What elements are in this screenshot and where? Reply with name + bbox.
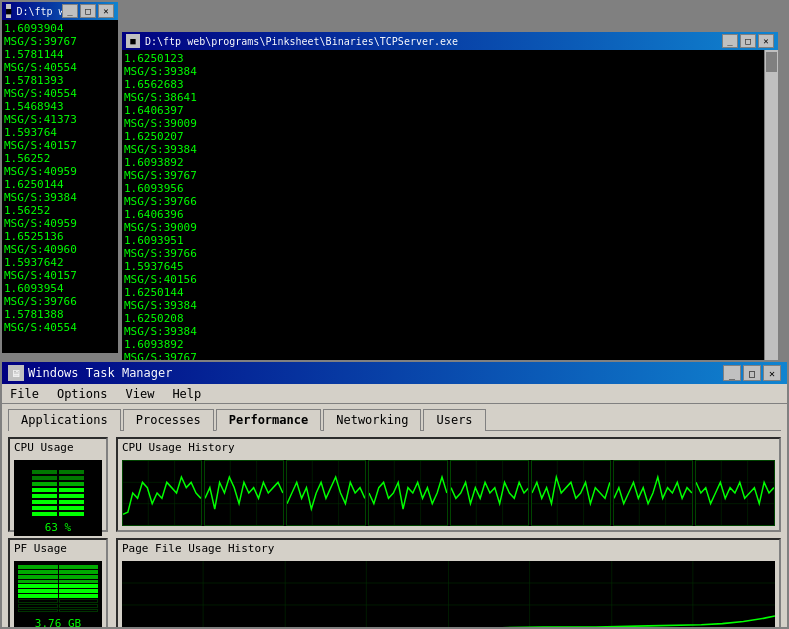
taskmanager-minimize[interactable]: _ — [723, 365, 741, 381]
taskmanager-icon: 🖥 — [8, 365, 24, 381]
taskmanager-titlebar: 🖥 Windows Task Manager _ □ ✕ — [2, 362, 787, 384]
tab-performance[interactable]: Performance — [216, 409, 321, 431]
cpu-history-panel-3 — [286, 460, 366, 526]
close-button[interactable]: ✕ — [98, 4, 114, 18]
pf-history-label: Page File Usage History — [118, 540, 779, 557]
taskmanager-window: 🖥 Windows Task Manager _ □ ✕ File Option… — [0, 360, 789, 629]
pf-history-section: Page File Usage History — [116, 538, 781, 627]
pf-usage-section: PF Usage 3.76 GB — [8, 538, 108, 627]
server-close-button[interactable]: ✕ — [758, 34, 774, 48]
tcp-client-window: ■ D:\ftp_web\programs\Pinksheet\Binaries… — [0, 0, 120, 355]
cpu-gauge: 63 % — [14, 460, 102, 536]
tcp-client-icon: ■ — [6, 4, 11, 18]
tcp-client-titlebar: ■ D:\ftp_web\programs\Pinksheet\Binaries… — [2, 2, 118, 20]
tcp-server-title: D:\ftp_web\programs\Pinksheet\Binaries\T… — [145, 36, 458, 47]
tcp-server-titlebar: ■ D:\ftp_web\programs\Pinksheet\Binaries… — [122, 32, 778, 50]
tab-users[interactable]: Users — [423, 409, 485, 431]
pf-usage-label: PF Usage — [10, 540, 106, 557]
tcp-server-content: 1.6250123 MSG/S:39384 1.6562683 MSG/S:38… — [122, 50, 778, 363]
cpu-history-panel-7 — [613, 460, 693, 526]
cpu-usage-value: 63 % — [14, 521, 102, 534]
pf-usage-value: 3.76 GB — [14, 617, 102, 627]
tab-networking[interactable]: Networking — [323, 409, 421, 431]
server-maximize-button[interactable]: □ — [740, 34, 756, 48]
tcp-server-icon: ■ — [126, 34, 140, 48]
menu-help[interactable]: Help — [168, 387, 205, 401]
cpu-history-panel-5 — [450, 460, 530, 526]
tcp-client-title: D:\ftp_web\programs\Pinksheet\Binaries\T… — [16, 6, 62, 17]
tcp-client-content: 1.6093904 MSG/S:39767 1.5781144 MSG/S:40… — [2, 20, 118, 353]
svg-rect-15 — [369, 461, 447, 525]
tcp-server-window: ■ D:\ftp_web\programs\Pinksheet\Binaries… — [120, 30, 780, 365]
taskmanager-body: CPU Usage — [2, 431, 787, 627]
server-scrollbar-thumb[interactable] — [766, 52, 777, 72]
server-scrollbar[interactable] — [764, 50, 778, 363]
pf-gauge: 3.76 GB — [14, 561, 102, 627]
taskmanager-tabs: Applications Processes Performance Netwo… — [2, 404, 787, 430]
tab-processes[interactable]: Processes — [123, 409, 214, 431]
maximize-button[interactable]: □ — [80, 4, 96, 18]
taskmanager-title: Windows Task Manager — [28, 366, 173, 380]
menu-file[interactable]: File — [6, 387, 43, 401]
menu-options[interactable]: Options — [53, 387, 112, 401]
cpu-history-panel-1 — [122, 460, 202, 526]
cpu-history-panel-6 — [531, 460, 611, 526]
cpu-usage-label: CPU Usage — [10, 439, 106, 456]
cpu-history-panel-4 — [368, 460, 448, 526]
tcp-server-lines: 1.6250123 MSG/S:39384 1.6562683 MSG/S:38… — [124, 52, 776, 361]
cpu-history-section: CPU Usage History — [116, 437, 781, 532]
tcp-client-lines: 1.6093904 MSG/S:39767 1.5781144 MSG/S:40… — [4, 22, 116, 334]
svg-rect-5 — [205, 461, 283, 525]
cpu-history-panel-8 — [695, 460, 775, 526]
minimize-button[interactable]: _ — [62, 4, 78, 18]
tab-applications[interactable]: Applications — [8, 409, 121, 431]
cpu-history-label: CPU Usage History — [118, 439, 779, 456]
cpu-history-panel-2 — [204, 460, 284, 526]
cpu-usage-section: CPU Usage — [8, 437, 108, 532]
server-minimize-button[interactable]: _ — [722, 34, 738, 48]
svg-rect-10 — [287, 461, 365, 525]
taskmanager-close[interactable]: ✕ — [763, 365, 781, 381]
svg-rect-0 — [123, 461, 201, 525]
menu-view[interactable]: View — [121, 387, 158, 401]
taskmanager-menubar: File Options View Help — [2, 384, 787, 404]
taskmanager-maximize[interactable]: □ — [743, 365, 761, 381]
